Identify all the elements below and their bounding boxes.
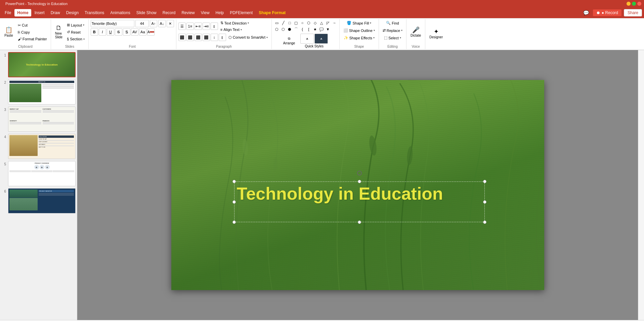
font-size-input[interactable] xyxy=(135,20,149,27)
shape-rect2-btn[interactable]: □ xyxy=(287,20,293,26)
slide-preview-5[interactable]: PRODUCT OVERVIEW ⊕ ⊕ ⊕ xyxy=(8,161,76,186)
columns-menu-btn[interactable]: ⫿ xyxy=(219,34,226,41)
increase-indent-btn[interactable]: ⇥≡ xyxy=(203,23,210,30)
slide-preview-6[interactable]: PROJECT MONITOR xyxy=(8,188,76,213)
rotate-handle[interactable] xyxy=(357,171,362,175)
text-direction-button[interactable]: ⇅ Text Direction ▾ xyxy=(219,20,251,26)
shape-penta-btn[interactable]: ⬠ xyxy=(274,26,280,32)
slide-thumb-4[interactable]: 4 SOLUTIONS CLOSE THE GAP CHEF'S JOURNEY… xyxy=(1,134,76,159)
shape-right-tri-btn[interactable]: ◸ xyxy=(325,20,331,26)
menu-design[interactable]: Design xyxy=(63,9,81,16)
align-center-btn[interactable]: ⬛ xyxy=(186,34,194,41)
menu-view[interactable]: View xyxy=(198,9,212,16)
italic-btn[interactable]: I xyxy=(99,28,106,36)
shape-star-btn[interactable]: ★ xyxy=(312,26,318,32)
menu-insert[interactable]: Insert xyxy=(32,9,47,16)
numbering-btn[interactable]: 1≡ xyxy=(186,23,194,30)
font-color-btn[interactable]: A xyxy=(147,28,155,36)
record-button[interactable]: ⏺ ● Record xyxy=(593,9,622,16)
copy-button[interactable]: ⎘ Copy xyxy=(16,29,49,35)
slide-preview-2[interactable]: ABOUT US xyxy=(8,79,76,105)
menu-record[interactable]: Record xyxy=(160,9,178,16)
slide-preview-4[interactable]: SOLUTIONS CLOSE THE GAP CHEF'S JOURNEY L… xyxy=(8,134,76,159)
underline-btn[interactable]: U xyxy=(107,28,114,36)
dictate-button[interactable]: 🎤 Dictate xyxy=(409,26,423,39)
shape-brace-btn[interactable]: { xyxy=(299,26,305,32)
slide-thumb-1[interactable]: 1 Technology in Education xyxy=(1,52,76,77)
menu-animations[interactable]: Animations xyxy=(108,9,133,16)
menu-help[interactable]: Help xyxy=(213,9,227,16)
slide-thumb-6[interactable]: 6 PROJECT MONITOR xyxy=(1,188,76,213)
strikethrough-btn[interactable]: S xyxy=(115,28,122,36)
handle-tl[interactable] xyxy=(232,180,236,183)
shape-oct-btn[interactable]: ⬣ xyxy=(287,26,293,32)
slide-thumb-2[interactable]: 2 ABOUT US xyxy=(1,79,76,105)
decrease-font-btn[interactable]: A↓ xyxy=(158,20,166,27)
reset-button[interactable]: ↺ Reset xyxy=(65,29,86,35)
comment-btn[interactable]: 💬 xyxy=(582,9,591,16)
handle-bc[interactable] xyxy=(358,220,361,224)
quick-styles-button[interactable]: A A Quick Styles xyxy=(298,32,330,49)
menu-home[interactable]: Home xyxy=(14,9,31,16)
cut-button[interactable]: ✂ Cut xyxy=(16,22,49,29)
align-text-button[interactable]: ≡ Align Text ▾ xyxy=(219,27,251,33)
decrease-indent-btn[interactable]: ⇤≡ xyxy=(195,23,202,30)
arrange-button[interactable]: ⧉ Arrange xyxy=(281,35,297,46)
replace-button[interactable]: ⇄ Replace ▾ xyxy=(381,27,404,34)
bullets-btn[interactable]: ☰ xyxy=(178,23,186,30)
text-box[interactable]: Technology in Education xyxy=(237,184,482,219)
format-painter-button[interactable]: 🖌 Format Painter xyxy=(16,36,49,42)
section-button[interactable]: § Section ▾ xyxy=(65,36,86,42)
increase-font-btn[interactable]: A↑ xyxy=(150,20,157,27)
shape-triangle-btn[interactable]: △ xyxy=(318,20,325,26)
paste-button[interactable]: 📋 Paste xyxy=(2,26,15,39)
shape-outline-button[interactable]: ⬜ Shape Outline ▾ xyxy=(342,27,377,34)
line-spacing-btn[interactable]: ↕ xyxy=(211,34,218,41)
char-spacing-btn[interactable]: AV xyxy=(131,28,138,36)
menu-pdfelement[interactable]: PDFElement xyxy=(227,9,255,16)
bold-btn[interactable]: B xyxy=(91,28,98,36)
shape-hex-btn[interactable]: ⬡ xyxy=(280,26,286,32)
convert-smartart-button[interactable]: ⬡ Convert to SmartArt ▾ xyxy=(227,34,269,41)
align-left-btn[interactable]: ⬛ xyxy=(178,34,186,41)
shape-callout-btn[interactable]: 💬 xyxy=(318,26,325,32)
new-slide-button[interactable]: 🗋 NewSlide xyxy=(53,24,65,40)
shape-bracket-btn[interactable]: [ xyxy=(306,26,312,32)
menu-review[interactable]: Review xyxy=(179,9,197,16)
shape-rect-btn[interactable]: ▭ xyxy=(274,20,280,26)
handle-bl[interactable] xyxy=(232,220,236,224)
shape-curve-btn[interactable]: ⌒ xyxy=(293,26,299,32)
designer-button[interactable]: ✦ Designer xyxy=(427,27,445,40)
slide-thumb-3[interactable]: 3 MARKET CAP CUSTOMERS xyxy=(1,107,76,132)
minimize-btn[interactable] xyxy=(627,2,631,6)
shadow-btn[interactable]: S xyxy=(123,28,130,36)
menu-shape-format[interactable]: Shape Format xyxy=(256,9,288,16)
justify-btn[interactable]: ⬛ xyxy=(203,34,210,41)
shape-oval-btn[interactable]: ○ xyxy=(299,20,305,26)
menu-transitions[interactable]: Transitions xyxy=(82,9,107,16)
slide-canvas[interactable]: Technology in Education xyxy=(171,80,544,290)
maximize-btn[interactable] xyxy=(632,2,636,6)
align-right-btn[interactable]: ⬛ xyxy=(195,34,202,41)
handle-tr[interactable] xyxy=(483,180,486,183)
handle-br[interactable] xyxy=(483,220,486,224)
shape-diamond-btn[interactable]: ◇ xyxy=(312,20,318,26)
handle-mr[interactable] xyxy=(483,200,486,204)
slide-preview-1[interactable]: Technology in Education xyxy=(8,52,76,77)
shape-line-btn[interactable]: ╱ xyxy=(280,20,286,26)
menu-draw[interactable]: Draw xyxy=(48,9,63,16)
layout-button[interactable]: ⊞ Layout ▾ xyxy=(65,22,86,28)
columns-btn[interactable]: ⫿ xyxy=(211,23,218,30)
close-btn[interactable] xyxy=(637,2,641,6)
share-button[interactable]: Share xyxy=(624,9,642,16)
clear-format-btn[interactable]: ✕ xyxy=(167,20,174,27)
shape-round-btn[interactable]: ▢ xyxy=(293,20,299,26)
shape-more-btn[interactable]: ⬡ xyxy=(306,20,312,26)
font-case-btn[interactable]: Aa xyxy=(139,28,146,36)
find-button[interactable]: 🔍 Find xyxy=(384,20,400,26)
handle-tc[interactable] xyxy=(358,180,361,183)
shape-fill-button[interactable]: 🪣 Shape Fill ▾ xyxy=(345,20,373,26)
shape-effects-button[interactable]: ✨ Shape Effects ▾ xyxy=(342,35,376,41)
handle-ml[interactable] xyxy=(232,200,236,204)
slide-panel[interactable]: 1 Technology in Education 2 ABOUT US xyxy=(0,50,77,320)
